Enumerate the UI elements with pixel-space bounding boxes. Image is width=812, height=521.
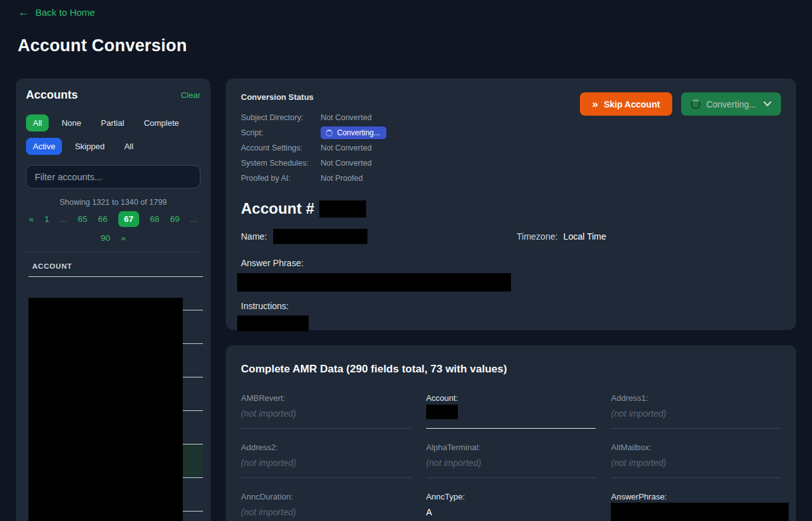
pagination-summary: Showing 1321 to 1340 of 1799 xyxy=(26,198,200,207)
filter-accounts-input[interactable] xyxy=(26,165,200,188)
back-to-home-link[interactable]: ← Back to Home xyxy=(18,6,95,18)
clear-link[interactable]: Clear xyxy=(181,90,200,100)
redacted-account-number xyxy=(319,200,366,218)
amr-field-address2: Address2: (not imported) xyxy=(241,443,411,478)
skip-account-button[interactable]: » Skip Account xyxy=(580,92,672,116)
converting-badge: Converting... xyxy=(321,126,386,139)
page-title: Account Conversion xyxy=(18,36,794,56)
timezone-label: Timezone: xyxy=(517,231,558,242)
pagination-page-66[interactable]: 66 xyxy=(98,214,108,224)
amr-data-panel: Complete AMR Data (290 fields total, 73 … xyxy=(226,345,796,521)
pagination-page-68[interactable]: 68 xyxy=(150,214,159,224)
pagination-ellipsis: ... xyxy=(190,214,197,224)
filter-partial-button[interactable]: Partial xyxy=(94,114,132,132)
chevron-down-icon xyxy=(763,101,772,107)
amr-field-alphaterminal: AlphaTerminal: (not imported) xyxy=(426,443,596,478)
pagination-page-67-current[interactable]: 67 xyxy=(118,211,139,227)
conversion-status-panel: Conversion Status Subject Directory: Not… xyxy=(226,78,796,330)
pagination-next[interactable]: » xyxy=(121,233,126,243)
timezone-value: Local Time xyxy=(563,231,606,242)
status-value: Not Converted xyxy=(321,144,372,152)
redacted-amr-answerphrase-value xyxy=(611,503,789,521)
action-buttons: » Skip Account Converting... xyxy=(580,92,781,116)
conversion-status-title: Conversion Status xyxy=(241,92,386,102)
timezone-group: Timezone: Local Time xyxy=(517,229,606,244)
status-value: Not Converted xyxy=(321,159,372,168)
pagination: « 1 ... 65 66 67 68 69 ... 90 » xyxy=(26,211,200,243)
state-filter-group: Active Skipped All xyxy=(26,138,200,155)
name-row: Name: Timezone: Local Time xyxy=(241,229,781,244)
filter-skipped-button[interactable]: Skipped xyxy=(68,138,111,155)
pagination-prev[interactable]: « xyxy=(29,214,34,224)
amr-field-altmailbox: AltMailbox: (not imported) xyxy=(611,443,781,478)
redacted-amr-account-value xyxy=(426,405,458,419)
converting-dropdown-button[interactable]: Converting... xyxy=(681,92,781,116)
filter-all-button[interactable]: All xyxy=(26,114,49,132)
accounts-sidebar: Accounts Clear All None Partial Complete… xyxy=(16,78,211,521)
spinner-icon xyxy=(326,130,333,137)
instructions-label: Instructions: xyxy=(241,301,781,311)
status-row-account-settings: Account Settings: Not Converted xyxy=(241,140,386,156)
status-row-proofed-by-ai: Proofed by AI: Not Proofed xyxy=(241,171,386,186)
amr-field-grid: AMBRevert: (not imported) Account: Addre… xyxy=(241,393,781,521)
amr-field-answerphrase: AnswerPhrase: xyxy=(611,492,781,521)
amr-panel-title: Complete AMR Data (290 fields total, 73 … xyxy=(241,363,781,376)
amr-field-address1: Address1: (not imported) xyxy=(611,393,781,429)
spinner-icon xyxy=(691,99,701,109)
pagination-page-90[interactable]: 90 xyxy=(101,233,110,243)
status-row-script: Script: Converting... xyxy=(241,125,386,140)
main-column: Conversion Status Subject Directory: Not… xyxy=(226,78,796,521)
redacted-answer-phrase xyxy=(237,273,511,291)
status-row-subject-directory: Subject Directory: Not Converted xyxy=(241,110,386,125)
filter-none-button[interactable]: None xyxy=(54,114,88,132)
status-value: Not Proofed xyxy=(321,174,363,183)
filter-complete-button[interactable]: Complete xyxy=(137,114,186,132)
pagination-page-69[interactable]: 69 xyxy=(170,214,180,224)
content-area: Accounts Clear All None Partial Complete… xyxy=(0,78,812,521)
pagination-page-1[interactable]: 1 xyxy=(44,214,49,224)
conversion-status-block: Conversion Status Subject Directory: Not… xyxy=(241,92,386,186)
account-number-heading: Account # xyxy=(241,200,781,218)
accounts-heading: Accounts xyxy=(26,89,78,102)
amr-field-ambrevert: AMBRevert: (not imported) xyxy=(241,393,411,429)
answer-phrase-label: Answer Phrase: xyxy=(241,258,781,268)
status-value: Not Converted xyxy=(321,113,372,122)
back-arrow-icon: ← xyxy=(18,6,29,18)
divider xyxy=(26,252,200,252)
filter-active-button[interactable]: Active xyxy=(26,138,62,155)
redacted-instructions xyxy=(237,316,309,331)
amr-field-annctype: AnncType: A xyxy=(426,492,596,521)
account-column-header: ACCOUNT xyxy=(32,262,200,270)
skip-chevrons-icon: » xyxy=(592,99,598,109)
status-row-system-schedules: System Schedules: Not Converted xyxy=(241,156,386,171)
back-to-home-label: Back to Home xyxy=(35,7,95,18)
amr-field-account: Account: xyxy=(426,393,596,429)
pagination-page-65[interactable]: 65 xyxy=(78,214,87,224)
redacted-account-name xyxy=(273,229,367,244)
amr-field-anncduration: AnncDuration: (not imported) xyxy=(241,492,411,521)
filter-all-state-button[interactable]: All xyxy=(117,138,140,155)
status-filter-group: All None Partial Complete xyxy=(26,114,200,132)
pagination-ellipsis: ... xyxy=(60,214,67,224)
topbar: ← Back to Home Account Conversion xyxy=(0,0,812,56)
redacted-account-list xyxy=(28,298,183,521)
name-label: Name: xyxy=(241,231,267,242)
